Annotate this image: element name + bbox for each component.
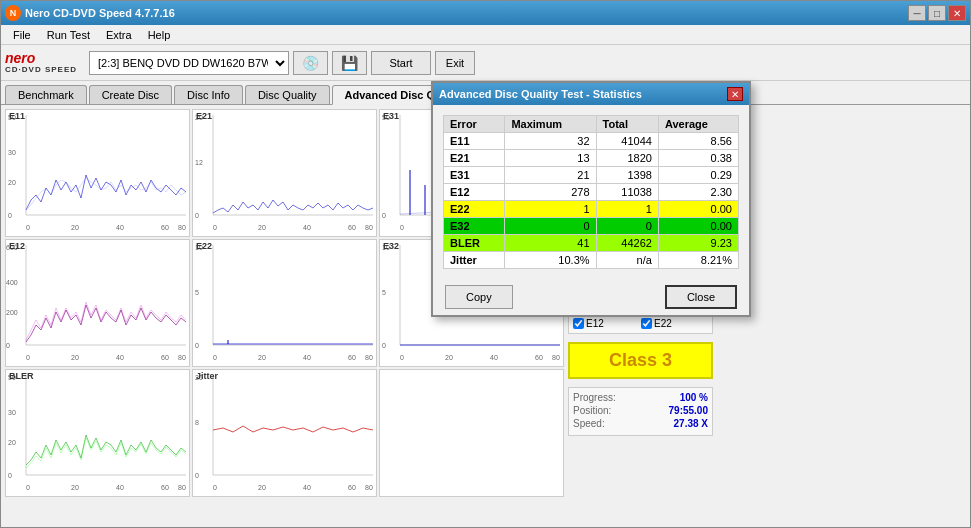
stats-row-e22: E22 1 1 0.00 [444,201,739,218]
menu-extra[interactable]: Extra [98,27,140,43]
col-total: Total [596,116,658,133]
svg-text:0: 0 [382,342,386,349]
drive-selector[interactable]: [2:3] BENQ DVD DD DW1620 B7W9 [89,51,289,75]
progress-row: Progress: 100 % [573,392,708,403]
svg-text:0: 0 [195,342,199,349]
stat-e21-error: E21 [444,150,505,167]
progress-label: Progress: [573,392,616,403]
exit-button[interactable]: Exit [435,51,475,75]
copy-button[interactable]: Copy [445,285,513,309]
svg-text:40: 40 [303,354,311,361]
stat-e22-max: 1 [505,201,596,218]
stats-row-jitter: Jitter 10.3% n/a 8.21% [444,252,739,269]
cb-e22-row: E22 [641,318,708,329]
stat-e32-max: 0 [505,218,596,235]
svg-text:0: 0 [8,212,12,219]
stat-e11-error: E11 [444,133,505,150]
stat-bler-avg: 9.23 [658,235,738,252]
svg-text:0: 0 [213,484,217,491]
stat-bler-error: BLER [444,235,505,252]
chart-e11-label: E11 [9,111,25,121]
tab-disc-quality[interactable]: Disc Quality [245,85,330,104]
chart-e11: E11 0 20 30 50 0 20 40 60 80 [5,109,190,237]
chart-e31-label: E31 [383,111,399,121]
start-button[interactable]: Start [371,51,431,75]
svg-text:30: 30 [8,409,16,416]
title-bar: N Nero CD-DVD Speed 4.7.7.16 ─ □ ✕ [1,1,970,25]
stat-e12-total: 11038 [596,184,658,201]
chart-e12-label: E12 [9,241,25,251]
stat-e31-error: E31 [444,167,505,184]
progress-section: Progress: 100 % Position: 79:55.00 Speed… [568,387,713,436]
svg-text:0: 0 [213,354,217,361]
svg-text:20: 20 [258,484,266,491]
tab-create-disc[interactable]: Create Disc [89,85,172,104]
menu-help[interactable]: Help [140,27,179,43]
svg-text:0: 0 [195,472,199,479]
close-button[interactable]: Close [665,285,737,309]
menu-bar: File Run Test Extra Help [1,25,970,45]
stats-close-x-button[interactable]: ✕ [727,87,743,101]
col-average: Average [658,116,738,133]
svg-text:40: 40 [116,224,124,231]
cb-e22[interactable] [641,318,652,329]
cb-e12-label[interactable]: E12 [586,318,604,329]
speed-row-prog: Speed: 27.38 X [573,418,708,429]
position-value: 79:55.00 [669,405,708,416]
window-title: Nero CD-DVD Speed 4.7.7.16 [25,7,175,19]
cb-e22-label[interactable]: E22 [654,318,672,329]
tab-disc-info[interactable]: Disc Info [174,85,243,104]
disc-icon-button[interactable]: 💿 [293,51,328,75]
svg-text:80: 80 [178,354,186,361]
stats-dialog: Advanced Disc Quality Test - Statistics … [431,81,751,317]
svg-text:5: 5 [382,289,386,296]
svg-text:8: 8 [195,419,199,426]
stat-e21-avg: 0.38 [658,150,738,167]
chart-e22: E22 0 5 10 0 20 40 60 80 [192,239,377,367]
svg-text:60: 60 [161,224,169,231]
class-text: Class 3 [609,350,672,370]
svg-text:60: 60 [161,354,169,361]
app-icon: N [5,5,21,21]
svg-text:20: 20 [71,354,79,361]
chart-e12: E12 0 200 400 600 0 20 40 60 80 [5,239,190,367]
main-window: N Nero CD-DVD Speed 4.7.7.16 ─ □ ✕ File … [0,0,971,528]
svg-text:20: 20 [258,224,266,231]
cb-e12[interactable] [573,318,584,329]
svg-text:80: 80 [552,354,560,361]
menu-file[interactable]: File [5,27,39,43]
stats-row-e11: E11 32 41044 8.56 [444,133,739,150]
svg-text:400: 400 [6,279,18,286]
position-label: Position: [573,405,611,416]
svg-text:80: 80 [178,484,186,491]
class-badge: Class 3 [568,342,713,379]
close-button[interactable]: ✕ [948,5,966,21]
save-button[interactable]: 💾 [332,51,367,75]
chart-empty [379,369,564,497]
tab-benchmark[interactable]: Benchmark [5,85,87,104]
stat-e12-avg: 2.30 [658,184,738,201]
svg-text:0: 0 [26,354,30,361]
svg-text:40: 40 [116,354,124,361]
svg-text:80: 80 [365,354,373,361]
stat-e11-avg: 8.56 [658,133,738,150]
svg-text:80: 80 [365,224,373,231]
svg-text:0: 0 [26,224,30,231]
chart-bler-label: BLER [9,371,34,381]
menu-run-test[interactable]: Run Test [39,27,98,43]
stats-row-bler: BLER 41 44262 9.23 [444,235,739,252]
stat-e11-max: 32 [505,133,596,150]
svg-text:60: 60 [535,354,543,361]
stat-jitter-max: 10.3% [505,252,596,269]
speed-prog-label: Speed: [573,418,605,429]
minimize-button[interactable]: ─ [908,5,926,21]
stat-bler-max: 41 [505,235,596,252]
stat-e12-max: 278 [505,184,596,201]
progress-value: 100 % [680,392,708,403]
chart-e21: E21 0 12 20 0 20 40 60 80 [192,109,377,237]
speed-prog-value: 27.38 X [674,418,708,429]
logo-speed: CD·DVD SPEED [5,65,77,74]
svg-text:60: 60 [348,224,356,231]
toolbar: nero CD·DVD SPEED [2:3] BENQ DVD DD DW16… [1,45,970,81]
maximize-button[interactable]: □ [928,5,946,21]
